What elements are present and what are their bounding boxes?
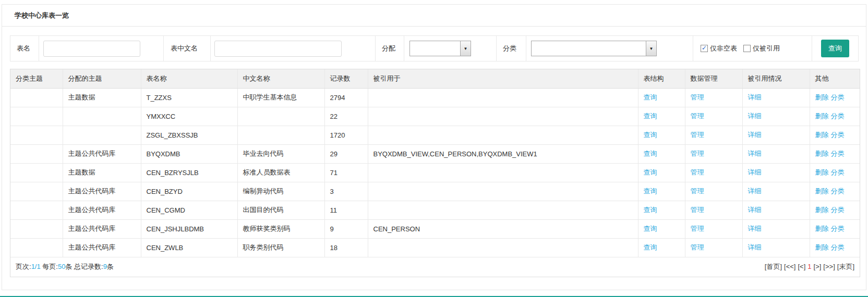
pagination-link[interactable]: [<<]	[784, 263, 795, 270]
data-manage-link[interactable]: 管理	[691, 225, 704, 232]
cell-category-topic	[10, 182, 63, 201]
header-table-structure: 表结构	[638, 69, 685, 88]
pagination-link[interactable]: [首页]	[765, 263, 782, 270]
cell-data-manage: 管理	[685, 88, 742, 107]
nonempty-checkbox[interactable]	[701, 45, 708, 52]
delete-link[interactable]: 删除	[815, 112, 829, 120]
delete-link[interactable]: 删除	[815, 225, 829, 232]
classify-link[interactable]: 分类	[831, 168, 845, 176]
referenced-detail-link[interactable]: 详细	[748, 206, 762, 214]
classify-link[interactable]: 分类	[831, 206, 845, 214]
cell-other: 删除分类	[810, 88, 860, 107]
cell-category-topic	[10, 219, 63, 238]
table-cn-name-label: 表中文名	[164, 36, 211, 61]
referenced-detail-link[interactable]: 详细	[748, 93, 762, 101]
cell-data-manage: 管理	[685, 182, 742, 201]
referenced-detail-link[interactable]: 详细	[748, 150, 762, 157]
table-row: 主题公共代码库 CEN_CGMD 出国目的代码 11 查询 管理 详细 删除分类	[10, 201, 860, 219]
data-manage-link[interactable]: 管理	[691, 206, 704, 214]
page-title: 学校中心库表一览	[2, 5, 866, 27]
delete-link[interactable]: 删除	[815, 131, 829, 139]
table-cn-name-input[interactable]	[214, 41, 342, 57]
data-manage-link[interactable]: 管理	[691, 187, 704, 195]
referenced-detail-link[interactable]: 详细	[748, 112, 762, 120]
table-row: YMXXCC 22 查询 管理 详细 删除分类	[10, 107, 860, 126]
cell-other: 删除分类	[810, 219, 860, 238]
data-manage-link[interactable]: 管理	[691, 93, 704, 101]
cell-assigned-topic: 主题公共代码库	[63, 182, 141, 201]
structure-query-link[interactable]: 查询	[644, 150, 657, 157]
delete-link[interactable]: 删除	[815, 93, 829, 101]
data-manage-link[interactable]: 管理	[691, 150, 704, 157]
cell-assigned-topic: 主题公共代码库	[63, 238, 141, 257]
table-name-cell	[39, 36, 164, 61]
cell-cn-name	[237, 107, 324, 126]
classify-link[interactable]: 分类	[831, 112, 845, 120]
classify-link[interactable]: 分类	[831, 243, 845, 251]
referenced-detail-link[interactable]: 详细	[748, 187, 762, 195]
cell-assigned-topic: 主题数据	[63, 88, 141, 107]
header-referenced-info: 被引用情况	[742, 69, 810, 88]
cell-referenced-info: 详细	[742, 163, 810, 182]
header-record-count: 记录数	[324, 69, 368, 88]
structure-query-link[interactable]: 查询	[644, 187, 657, 195]
table-row: 主题公共代码库 BYQXDMB 毕业去向代码 29 BYQXDMB_VIEW,C…	[10, 144, 860, 163]
classify-link[interactable]: 分类	[831, 131, 845, 139]
cell-other: 删除分类	[810, 163, 860, 182]
cell-cn-name	[237, 126, 324, 144]
structure-query-link[interactable]: 查询	[644, 206, 657, 214]
cell-record-count: 9	[324, 219, 368, 238]
structure-query-link[interactable]: 查询	[644, 225, 657, 232]
data-manage-link[interactable]: 管理	[691, 131, 704, 139]
pagination-link[interactable]: [>]	[814, 263, 822, 270]
structure-query-link[interactable]: 查询	[644, 93, 657, 101]
table-row: 主题数据 CEN_BZRYSJLB 标准人员数据表 71 查询 管理 详细 删除…	[10, 163, 860, 182]
header-other: 其他	[810, 69, 860, 88]
table-name-input[interactable]	[43, 41, 140, 57]
referenced-detail-link[interactable]: 详细	[748, 131, 762, 139]
table-row: 主题公共代码库 CEN_BZYD 编制异动代码 3 查询 管理 详细 删除分类	[10, 182, 860, 201]
cell-cn-name: 中职学生基本信息	[237, 88, 324, 107]
data-manage-link[interactable]: 管理	[691, 112, 704, 120]
referenced-checkbox[interactable]	[743, 45, 751, 52]
delete-link[interactable]: 删除	[815, 243, 829, 251]
cell-record-count: 71	[324, 163, 368, 182]
pagination-link[interactable]: [<]	[798, 263, 805, 270]
delete-link[interactable]: 删除	[815, 150, 829, 157]
data-manage-link[interactable]: 管理	[691, 168, 704, 176]
cell-cn-name: 出国目的代码	[237, 201, 324, 219]
delete-link[interactable]: 删除	[815, 206, 829, 214]
referenced-detail-link[interactable]: 详细	[748, 225, 762, 232]
query-button[interactable]: 查询	[821, 40, 849, 57]
cell-assigned-topic	[63, 107, 141, 126]
cell-data-manage: 管理	[685, 201, 742, 219]
structure-query-link[interactable]: 查询	[644, 168, 657, 176]
data-manage-link[interactable]: 管理	[691, 243, 704, 251]
referenced-detail-link[interactable]: 详细	[748, 168, 762, 176]
structure-query-link[interactable]: 查询	[644, 243, 657, 251]
cell-referenced-info: 详细	[742, 238, 810, 257]
classify-link[interactable]: 分类	[831, 150, 845, 157]
structure-query-link[interactable]: 查询	[644, 112, 657, 120]
classify-link[interactable]: 分类	[831, 225, 845, 232]
pagination-link[interactable]: [末页]	[837, 263, 854, 270]
category-select[interactable]: ▼	[531, 41, 657, 56]
classify-link[interactable]: 分类	[831, 187, 845, 195]
delete-link[interactable]: 删除	[815, 168, 829, 176]
cell-category-topic	[10, 144, 63, 163]
cell-record-count: 29	[324, 144, 368, 163]
header-assigned-topic: 分配的主题	[63, 69, 141, 88]
checkbox-group: 仅非空表 仅被引用	[693, 36, 812, 61]
cell-assigned-topic: 主题公共代码库	[63, 201, 141, 219]
classify-link[interactable]: 分类	[831, 93, 845, 101]
assign-select[interactable]: ▼	[409, 41, 471, 56]
cell-cn-name: 编制异动代码	[237, 182, 324, 201]
chevron-down-icon: ▼	[460, 41, 471, 56]
pagination-link[interactable]: [>>]	[823, 263, 835, 270]
table-row: 主题数据 T_ZZXS 中职学生基本信息 2794 查询 管理 详细 删除分类	[10, 88, 860, 107]
cell-other: 删除分类	[810, 238, 860, 257]
cell-category-topic	[10, 238, 63, 257]
referenced-detail-link[interactable]: 详细	[748, 243, 762, 251]
delete-link[interactable]: 删除	[815, 187, 829, 195]
structure-query-link[interactable]: 查询	[644, 131, 657, 139]
